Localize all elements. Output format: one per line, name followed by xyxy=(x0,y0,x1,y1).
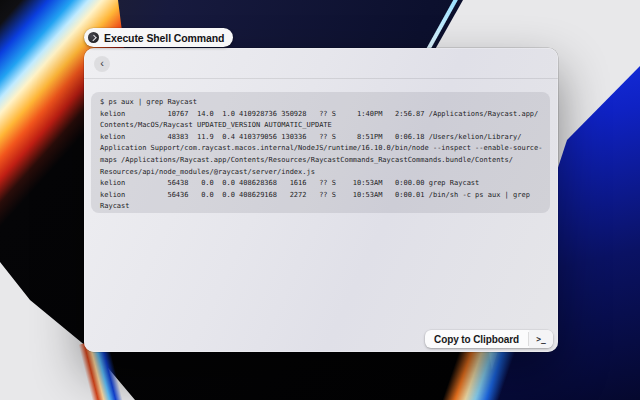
terminal-prompt-icon: >_ xyxy=(529,330,553,348)
desktop: Execute Shell Command ‹ $ ps aux | grep … xyxy=(0,0,640,400)
window-header: ‹ xyxy=(84,48,558,79)
command-title-label: Execute Shell Command xyxy=(104,32,224,44)
shell-output-window: ‹ $ ps aux | grep Raycast kelion 10767 1… xyxy=(84,48,558,352)
copy-to-clipboard-button[interactable]: Copy to Clipboard >_ xyxy=(425,330,553,348)
terminal-output-text: $ ps aux | grep Raycast kelion 10767 14.… xyxy=(100,97,550,213)
terminal-badge-icon xyxy=(88,32,99,43)
chevron-left-icon: ‹ xyxy=(100,58,104,69)
command-title-pill[interactable]: Execute Shell Command xyxy=(84,28,233,47)
terminal-output-panel: $ ps aux | grep Raycast kelion 10767 14.… xyxy=(91,92,550,213)
copy-to-clipboard-label: Copy to Clipboard xyxy=(425,330,528,348)
back-button[interactable]: ‹ xyxy=(94,56,110,72)
